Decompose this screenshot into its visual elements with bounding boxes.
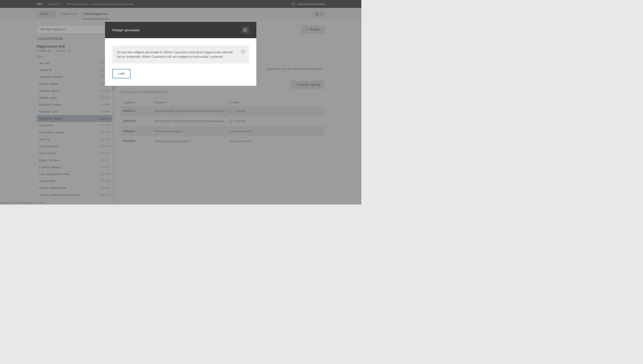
info-box: Du kan ikke redigere personalia for Will… [112, 46, 249, 64]
modal-header: Rediger personalia [105, 22, 256, 38]
lukk-button[interactable]: Lukk [112, 69, 131, 78]
info-message: Du kan ikke redigere personalia for Will… [117, 50, 233, 58]
close-button[interactable] [241, 26, 249, 34]
close-icon [243, 28, 247, 32]
modal-body: Du kan ikke redigere personalia for Will… [105, 38, 256, 86]
modal-overlay[interactable]: Rediger personalia Du kan ikke redigere … [0, 0, 361, 204]
info-icon: ! [241, 50, 245, 54]
modal-dialog: Rediger personalia Du kan ikke redigere … [105, 22, 256, 86]
modal-title: Rediger personalia [112, 28, 139, 32]
